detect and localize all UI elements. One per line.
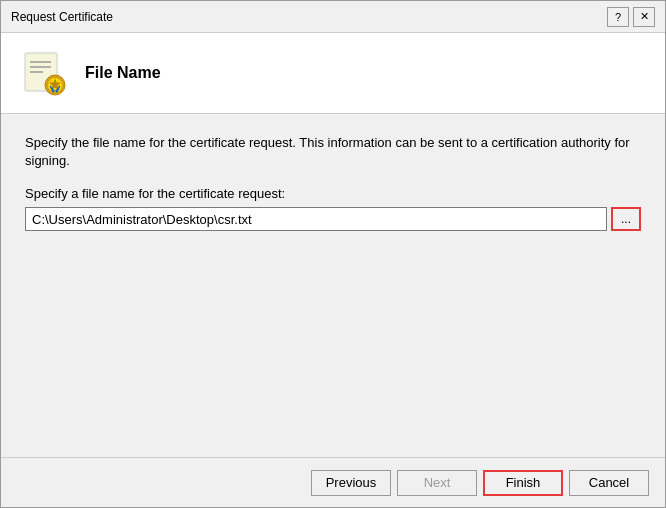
description-text: Specify the file name for the certificat… [25, 134, 641, 170]
header-section: File Name [1, 33, 665, 114]
close-button[interactable]: ✕ [633, 7, 655, 27]
footer: Previous Next Finish Cancel [1, 457, 665, 507]
title-bar: Request Certificate ? ✕ [1, 1, 665, 33]
window-title: Request Certificate [11, 10, 113, 24]
field-label: Specify a file name for the certificate … [25, 186, 641, 201]
help-button[interactable]: ? [607, 7, 629, 27]
file-path-input[interactable] [25, 207, 607, 231]
previous-button[interactable]: Previous [311, 470, 391, 496]
file-input-row: ... [25, 207, 641, 231]
cancel-button[interactable]: Cancel [569, 470, 649, 496]
page-title: File Name [85, 64, 161, 82]
title-bar-buttons: ? ✕ [607, 7, 655, 27]
main-content: Specify the file name for the certificat… [1, 114, 665, 457]
next-button[interactable]: Next [397, 470, 477, 496]
browse-button[interactable]: ... [611, 207, 641, 231]
content-area: File Name Specify the file name for the … [1, 33, 665, 457]
title-bar-left: Request Certificate [11, 10, 113, 24]
dialog-window: Request Certificate ? ✕ [0, 0, 666, 508]
certificate-icon [21, 49, 69, 97]
finish-button[interactable]: Finish [483, 470, 563, 496]
